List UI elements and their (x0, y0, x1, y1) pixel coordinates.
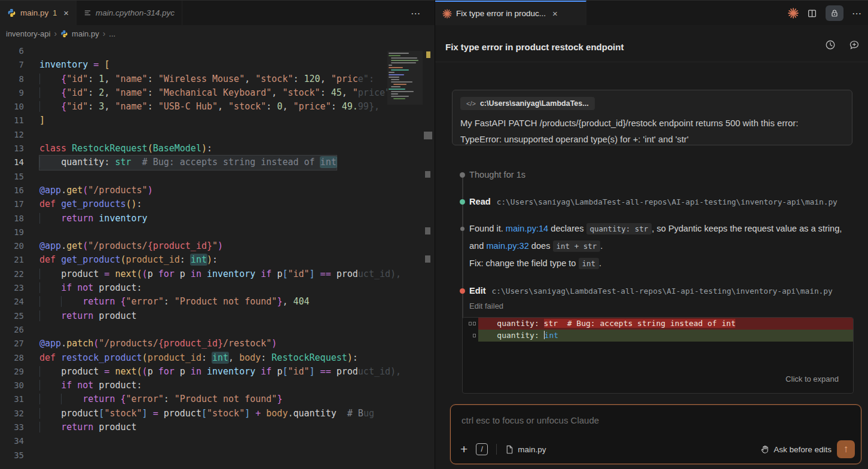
claude-input[interactable]: ctrl esc to focus or unfocus Claude (461, 415, 599, 425)
history-clock-icon[interactable] (825, 39, 836, 50)
code-line[interactable]: 17def get_products(): (0, 197, 435, 211)
line-number: 30 (0, 379, 24, 392)
code-brackets-icon: </> (466, 100, 476, 107)
line-number: 25 (0, 309, 24, 323)
workspace-path: c:\Users\saniyag\LambdaTes... (480, 99, 589, 108)
editor-actions-more-icon[interactable]: ⋯ (411, 8, 421, 19)
line-number: 11 (0, 114, 24, 127)
workspace-path-chip[interactable]: </> c:\Users\saniyag\LambdaTes... (460, 97, 595, 110)
breadcrumb-file[interactable]: main.py (72, 29, 99, 38)
line-number: 21 (0, 253, 24, 267)
tab-pyc-file[interactable]: main.cpython-314.pyc (77, 1, 182, 25)
tab-label: Fix type error in produc... (456, 9, 546, 18)
code-line[interactable]: 33 return product (0, 421, 435, 434)
tab-badge: 1 (53, 9, 57, 17)
diff-gutter (463, 318, 478, 330)
attach-plus-icon[interactable]: + (460, 442, 467, 456)
assistant-message: Found it. main.py:14 declares quantity: … (469, 220, 857, 272)
permission-mode-toggle[interactable]: Ask before edits (760, 445, 832, 454)
code-line[interactable]: 30 if not product: (0, 379, 435, 392)
code-line[interactable]: 25 return product (0, 309, 435, 323)
new-chat-icon[interactable] (849, 39, 860, 50)
code-line[interactable]: 29 product = next((p for p in inventory … (0, 365, 435, 379)
diff-line-added[interactable]: quantity: int (463, 330, 853, 342)
send-button[interactable]: ↑ (837, 440, 855, 458)
input-controls: + / main.py Ask before edits ↑ (451, 435, 861, 464)
code-line[interactable]: 26 (0, 323, 435, 337)
line-number: 13 (0, 142, 24, 156)
claude-starburst-icon[interactable] (788, 8, 799, 19)
timeline-bullet-read (460, 199, 465, 205)
code-line[interactable]: 32 product["stock"] = product["stock"] +… (0, 407, 435, 421)
text: does (529, 241, 553, 251)
file-line-link[interactable]: main.py:32 (486, 241, 528, 251)
code-line[interactable]: 24 return {"error": "Product not found"}… (0, 295, 435, 309)
code-line[interactable]: 14 quantity: str # Bug: accepts string i… (0, 156, 435, 169)
code-line[interactable]: 34 (0, 434, 435, 448)
code-line[interactable]: 10 {"id": 3, "name": "USB-C Hub", "stock… (0, 100, 435, 114)
read-path: c:\Users\saniyag\LambdaTest-all-repos\AI… (497, 197, 838, 206)
close-icon[interactable]: × (552, 8, 558, 19)
breadcrumb-folder[interactable]: inventory-api (6, 29, 50, 38)
line-number: 18 (0, 212, 24, 226)
user-message-card: </> c:\Users\saniyag\LambdaTes... My Fas… (452, 90, 852, 145)
close-icon[interactable]: × (63, 8, 69, 18)
code-line[interactable]: 7inventory = [ (0, 58, 435, 72)
diff-line-removed[interactable]: quantity: str # Bug: accepts string inst… (463, 318, 853, 330)
expand-hint[interactable]: Click to expand (786, 374, 839, 383)
code-line[interactable]: 9 {"id": 2, "name": "Mechanical Keyboard… (0, 86, 435, 100)
code-line[interactable]: 22 product = next((p for p in inventory … (0, 267, 435, 281)
tab-claude-chat[interactable]: Fix type error in produc... × (435, 1, 586, 25)
diff-gutter (463, 330, 478, 342)
inline-code-chip: int + str (553, 240, 601, 252)
line-number: 31 (0, 392, 24, 406)
chevron-right-icon: › (103, 29, 106, 38)
line-number: 6 (0, 44, 24, 58)
code-line[interactable]: 31 return {"error": "Product not found"} (0, 392, 435, 406)
vscode-window: main.py 1 × main.cpython-314.pyc ⋯ inven… (0, 0, 868, 469)
claude-panel: Fix type error in produc... × ⋯ Fix type… (435, 0, 868, 469)
tab-main-py[interactable]: main.py 1 × (0, 1, 77, 25)
text: Fix: change the field type to (469, 258, 579, 268)
edit-diff-preview[interactable]: quantity: str # Bug: accepts string inst… (462, 317, 854, 394)
text: . (600, 241, 603, 251)
list-file-icon (84, 9, 91, 17)
context-file-chip[interactable]: main.py (505, 445, 546, 454)
code-line[interactable]: 11] (0, 114, 435, 127)
line-number: 17 (0, 197, 24, 211)
code-line[interactable]: 15 (0, 170, 435, 184)
code-line[interactable]: 21def get_product(product_id: int): (0, 253, 435, 267)
minimap[interactable] (387, 51, 423, 105)
code-line[interactable]: 28def restock_product(product_id: int, b… (0, 351, 435, 365)
code-line[interactable]: 27@app.patch("/products/{product_id}/res… (0, 337, 435, 351)
conversation-title: Fix type error in product restock endpoi… (445, 42, 624, 52)
panel-tab-bar: Fix type error in produc... × ⋯ (435, 0, 868, 25)
code-line[interactable]: 20@app.get("/products/{product_id}") (0, 239, 435, 253)
more-actions-icon[interactable]: ⋯ (852, 8, 862, 19)
panel-header: Fix type error in product restock endpoi… (435, 25, 868, 62)
slash-command-icon[interactable]: / (476, 443, 488, 455)
claude-input-box: ctrl esc to focus or unfocus Claude + / … (450, 404, 861, 464)
code-line[interactable]: 8 {"id": 1, "name": "Wireless Mouse", "s… (0, 72, 435, 86)
timeline-bullet (460, 227, 464, 231)
line-number: 9 (0, 86, 24, 100)
code-line[interactable]: 13class RestockRequest(BaseModel): (0, 142, 435, 156)
python-icon (7, 8, 16, 17)
code-line[interactable]: 12 (0, 128, 435, 142)
file-line-link[interactable]: main.py:14 (506, 224, 548, 233)
breadcrumb-symbol[interactable]: ... (109, 29, 115, 38)
code-line[interactable]: 18 return inventory (0, 212, 435, 226)
divider (496, 444, 497, 455)
lock-editor-group-icon[interactable] (826, 5, 843, 21)
code-line[interactable]: 19 (0, 226, 435, 239)
diff-body: quantity: str # Bug: accepts string inst… (463, 318, 853, 342)
code-line[interactable]: 23 if not product: (0, 281, 435, 295)
split-editor-icon[interactable] (807, 8, 817, 19)
code-line[interactable]: 6 (0, 44, 435, 58)
thought-duration[interactable]: Thought for 1s (469, 170, 525, 179)
text: Found it. (469, 224, 506, 233)
overview-ruler-mark (425, 255, 430, 263)
panel-toolbar: ⋯ (788, 1, 862, 26)
code-line[interactable]: 35 (0, 449, 435, 462)
code-line[interactable]: 16@app.get("/products") (0, 184, 435, 197)
